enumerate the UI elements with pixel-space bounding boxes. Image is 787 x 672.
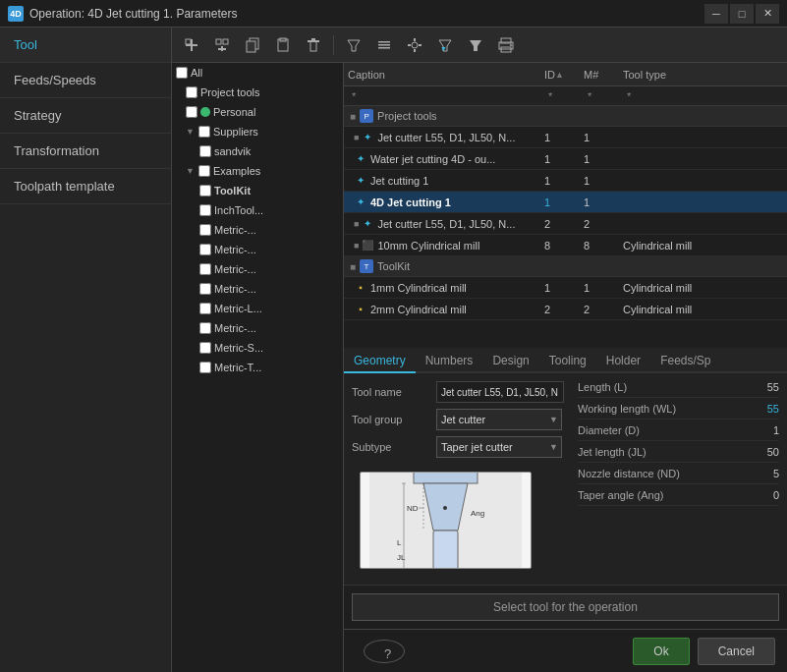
checkbox-metric2[interactable] [199, 244, 211, 255]
filter-id[interactable] [544, 90, 578, 102]
help-button[interactable]: ? [364, 640, 405, 663]
toolbar: ▼ [172, 28, 787, 63]
checkbox-metric5[interactable] [199, 322, 211, 334]
table-row[interactable]: ▪ 2mm Cylindrical mill 2 2 Cylindrical m… [344, 299, 787, 320]
tree-node-all[interactable]: All [172, 63, 343, 83]
svg-rect-12 [308, 40, 319, 42]
new-group-button[interactable] [208, 32, 236, 58]
svg-rect-10 [280, 38, 286, 41]
tool-name-input[interactable] [436, 381, 564, 403]
svg-rect-31 [414, 472, 478, 483]
tree-node-suppliers[interactable]: ▼ Suppliers [172, 122, 343, 141]
table-row[interactable]: ■ ⬛ 10mm Cylindrical mill 8 8 Cylindrica… [344, 235, 787, 256]
tree-node-inchtool[interactable]: InchTool... [172, 200, 343, 220]
checkbox-metric3[interactable] [199, 263, 211, 275]
prop-diameter: Diameter (D) 1 [578, 424, 779, 441]
checkbox-metrict[interactable] [199, 362, 211, 373]
jet-icon: ✦ [354, 152, 367, 166]
checkbox-toolkit[interactable] [199, 185, 211, 196]
prop-length: Length (L) 55 [578, 381, 779, 398]
checkbox-metricl[interactable] [199, 303, 211, 314]
filter-type[interactable] [623, 90, 731, 102]
tree-node-toolkit[interactable]: ToolKit [172, 181, 343, 200]
titlebar: 4D Operation: 4D Jet cutting 1. Paramete… [0, 0, 787, 28]
select-tool-button[interactable]: Select tool for the operation [352, 593, 779, 621]
tree-node-personal[interactable]: Personal [172, 102, 343, 122]
sidebar-item-toolpath[interactable]: Toolpath template [0, 169, 171, 204]
tree-node-metric2[interactable]: Metric-... [172, 240, 343, 259]
prop-taper-angle: Taper angle (Ang) 0 [578, 489, 779, 506]
tree-node-examples[interactable]: ▼ Examples [172, 161, 343, 181]
maximize-button[interactable]: □ [730, 4, 754, 24]
cancel-button[interactable]: Cancel [698, 638, 775, 665]
group-icon-toolkit: T [360, 259, 373, 273]
tab-design[interactable]: Design [482, 350, 538, 373]
checkbox-inchtool[interactable] [199, 204, 211, 216]
tree-node-metric4[interactable]: Metric-... [172, 279, 343, 299]
print-button[interactable] [492, 32, 520, 58]
table-row[interactable]: ✦ Jet cutting 1 1 1 [344, 170, 787, 192]
tool-group-select[interactable]: Jet cutter [436, 409, 562, 430]
table-row[interactable]: ✦ Water jet cutting 4D - ou... 1 1 [344, 148, 787, 170]
sidebar-item-feeds[interactable]: Feeds/Speeds [0, 63, 171, 98]
tab-holder[interactable]: Holder [596, 350, 650, 373]
tree-node-metric3[interactable]: Metric-... [172, 259, 343, 279]
minimize-button[interactable]: ─ [704, 4, 728, 24]
settings-button[interactable] [401, 32, 428, 58]
new-tool-button[interactable] [178, 32, 205, 58]
table-row-selected[interactable]: ✦ 4D Jet cutting 1 1 1 [344, 192, 787, 213]
sidebar-item-tool[interactable]: Tool [0, 28, 171, 63]
app-icon: 4D [8, 6, 24, 22]
checkbox-metric4[interactable] [199, 283, 211, 295]
personal-dot [200, 107, 210, 117]
checkbox-examples[interactable] [198, 165, 210, 177]
tab-tooling[interactable]: Tooling [539, 350, 596, 373]
checkbox-metrics[interactable] [199, 342, 211, 354]
svg-rect-8 [247, 41, 255, 52]
tree-panel: All Project tools Personal ▼ Suppliers [172, 63, 344, 672]
checkbox-personal[interactable] [186, 106, 197, 118]
tree-node-metrict[interactable]: Metric-T... [172, 358, 343, 377]
filter-caption[interactable] [348, 90, 525, 102]
delete-button[interactable] [300, 32, 327, 58]
tab-geometry[interactable]: Geometry [344, 350, 416, 373]
svg-rect-3 [216, 39, 221, 44]
subtype-select[interactable]: Taper jet cutter [436, 436, 562, 458]
table-row[interactable]: ■ ✦ Jet cutter L55, D1, JL50, N... 1 1 [344, 127, 787, 148]
tree-node-metrics[interactable]: Metric-S... [172, 338, 343, 358]
checkbox-project[interactable] [186, 86, 197, 98]
tree-node-sandvik[interactable]: sandvik [172, 141, 343, 161]
checkbox-all[interactable] [176, 67, 188, 79]
content-area: ▼ All Project tools [172, 28, 787, 672]
svg-text:JL: JL [397, 553, 406, 562]
checkbox-metric1[interactable] [199, 224, 211, 236]
expand-suppliers: ▼ [186, 127, 196, 137]
sidebar-item-strategy[interactable]: Strategy [0, 98, 171, 134]
svg-rect-19 [414, 38, 416, 41]
copy-button[interactable] [239, 32, 266, 58]
tool-diagram: D ND [360, 472, 532, 569]
svg-rect-15 [378, 41, 390, 43]
checkbox-suppliers[interactable] [198, 126, 210, 138]
tab-numbers[interactable]: Numbers [416, 350, 483, 373]
filter-m[interactable] [584, 90, 617, 102]
svg-text:L: L [397, 538, 402, 547]
checkbox-sandvik[interactable] [199, 145, 211, 157]
filter1-button[interactable] [340, 32, 367, 58]
sort-button[interactable] [462, 32, 489, 58]
tree-node-metric1[interactable]: Metric-... [172, 220, 343, 240]
close-button[interactable]: ✕ [756, 4, 779, 24]
svg-rect-21 [408, 44, 411, 46]
filter-down-button[interactable]: ▼ [431, 32, 459, 58]
ok-button[interactable]: Ok [633, 638, 689, 665]
sidebar-item-transformation[interactable]: Transformation [0, 134, 171, 169]
tree-node-metric5[interactable]: Metric-... [172, 318, 343, 338]
tab-feedssp[interactable]: Feeds/Sp [650, 350, 720, 373]
table-row[interactable]: ■ ✦ Jet cutter L55, D1, JL50, N... 2 2 [344, 213, 787, 235]
tree-node-metricl[interactable]: Metric-L... [172, 299, 343, 318]
tree-node-project[interactable]: Project tools [172, 83, 343, 102]
table-row[interactable]: ▪ 1mm Cylindrical mill 1 1 Cylindrical m… [344, 277, 787, 299]
paste-button[interactable] [269, 32, 297, 58]
select-tool-area: Select tool for the operation [344, 585, 787, 629]
filter2-button[interactable] [370, 32, 398, 58]
